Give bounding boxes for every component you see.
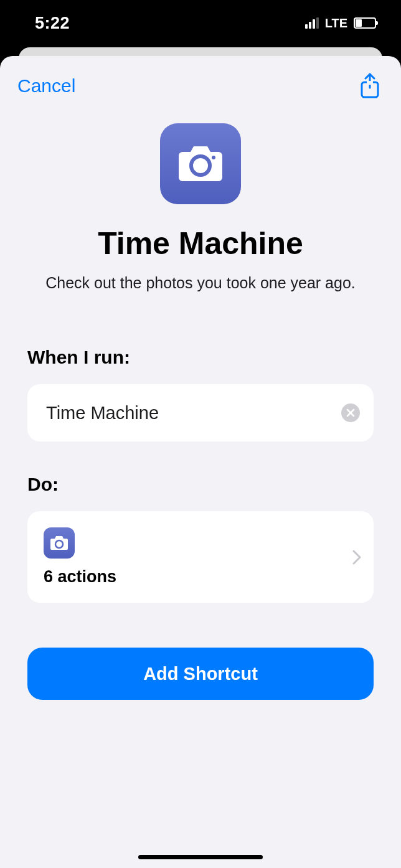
network-label: LTE — [325, 16, 347, 31]
svg-point-3 — [212, 156, 215, 159]
svg-rect-1 — [367, 81, 373, 85]
close-icon — [346, 408, 355, 417]
share-icon — [359, 73, 381, 99]
do-section: Do: 6 actions — [0, 474, 401, 603]
modal-sheet: Cancel Time Machine Check out the photos… — [0, 56, 401, 868]
shortcut-app-icon — [160, 123, 241, 204]
clear-button[interactable] — [341, 403, 360, 422]
status-indicators: LTE — [305, 16, 376, 31]
cancel-button[interactable]: Cancel — [17, 75, 75, 97]
home-indicator[interactable] — [138, 855, 263, 859]
do-card-content: 6 actions — [44, 527, 116, 587]
battery-icon — [354, 17, 376, 29]
shortcut-small-icon — [44, 527, 75, 559]
when-card[interactable]: Time Machine — [27, 384, 374, 441]
when-label: When I run: — [27, 347, 374, 368]
actions-count: 6 actions — [44, 567, 116, 587]
signal-icon — [305, 17, 319, 29]
status-time: 5:22 — [35, 14, 70, 33]
share-button[interactable] — [356, 72, 384, 100]
when-section: When I run: Time Machine — [0, 347, 401, 441]
camera-icon — [177, 145, 224, 182]
add-shortcut-button[interactable]: Add Shortcut — [27, 648, 374, 700]
camera-icon — [50, 535, 68, 550]
do-label: Do: — [27, 474, 374, 495]
shortcut-title: Time Machine — [98, 225, 303, 262]
sheet-header: Cancel — [0, 56, 401, 100]
shortcut-subtitle: Check out the photos you took one year a… — [45, 274, 356, 292]
when-value: Time Machine — [46, 403, 159, 423]
chevron-right-icon — [352, 550, 361, 565]
hero: Time Machine Check out the photos you to… — [0, 100, 401, 292]
do-card[interactable]: 6 actions — [27, 511, 374, 603]
status-bar: 5:22 LTE — [0, 0, 401, 46]
